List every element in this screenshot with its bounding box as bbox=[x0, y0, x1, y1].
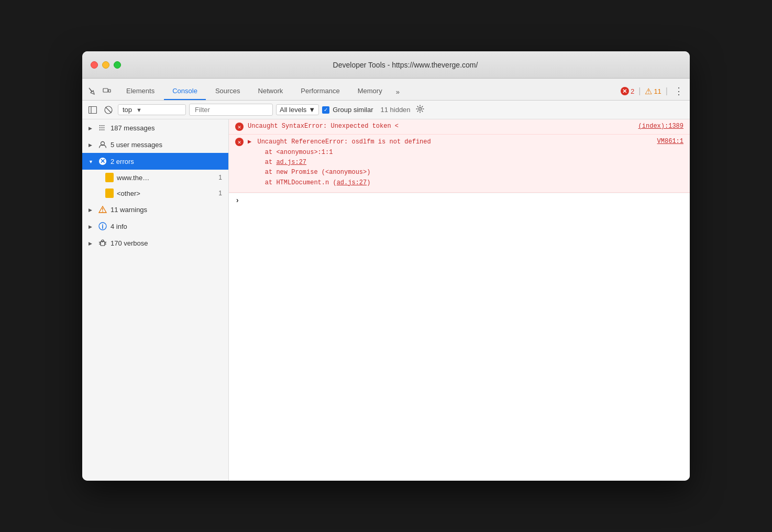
svg-point-8 bbox=[418, 107, 421, 110]
info-icon: i bbox=[98, 221, 107, 231]
device-icon[interactable] bbox=[101, 85, 113, 97]
subitem-other-count: 1 bbox=[218, 190, 222, 197]
subitem-www-label: www.the… bbox=[117, 174, 215, 182]
stack-line-2: at ad.js:27 bbox=[250, 158, 683, 168]
close-button[interactable] bbox=[91, 61, 98, 69]
bug-icon bbox=[98, 238, 107, 248]
error-2-source[interactable]: VM861:1 bbox=[657, 138, 683, 145]
sidebar-item-verbose[interactable]: 170 verbose bbox=[82, 235, 228, 251]
error-2-message: ▶ Uncaught ReferenceError: osdlfm is not… bbox=[248, 138, 431, 146]
badge-separator: | bbox=[638, 86, 641, 96]
arrow-icon bbox=[89, 224, 95, 229]
error-icon: ✕ bbox=[621, 87, 629, 95]
chevron-down-icon: ▼ bbox=[136, 107, 142, 113]
svg-text:✕: ✕ bbox=[100, 158, 105, 165]
sidebar-item-user-messages[interactable]: 5 user messages bbox=[82, 136, 228, 153]
sidebar-subitem-other[interactable]: <other> 1 bbox=[82, 185, 228, 201]
svg-point-13 bbox=[100, 127, 101, 128]
maximize-button[interactable] bbox=[114, 61, 121, 69]
file-icon bbox=[105, 189, 114, 198]
svg-rect-1 bbox=[108, 90, 111, 92]
group-similar-checkbox[interactable]: ✓ bbox=[322, 106, 329, 114]
group-similar-label: Group similar bbox=[333, 106, 373, 114]
console-toolbar: top ▼ All levels ▼ ✓ Group similar 11 hi… bbox=[82, 101, 690, 119]
clear-console-icon[interactable] bbox=[102, 104, 115, 116]
settings-icon[interactable] bbox=[416, 105, 424, 115]
console-error-1: ✕ Uncaught SyntaxError: Unexpected token… bbox=[229, 119, 690, 135]
arrow-icon bbox=[89, 159, 95, 164]
all-messages-label: 187 messages bbox=[111, 124, 222, 132]
stack-link-adjs27[interactable]: ad.js:27 bbox=[276, 159, 306, 166]
file-icon bbox=[105, 173, 114, 182]
console-input-line[interactable]: › bbox=[229, 193, 690, 208]
group-similar-area: ✓ Group similar bbox=[322, 106, 373, 114]
window-title: Developer Tools - https://www.theverge.c… bbox=[129, 61, 681, 69]
svg-point-14 bbox=[100, 129, 101, 130]
error-icon: ✕ bbox=[235, 123, 244, 131]
filter-input[interactable] bbox=[189, 104, 273, 116]
console-output: ✕ Uncaught SyntaxError: Unexpected token… bbox=[229, 119, 690, 481]
error-1-message: Uncaught SyntaxError: Unexpected token < bbox=[248, 123, 399, 130]
sidebar-item-all-messages[interactable]: 187 messages bbox=[82, 119, 228, 136]
info-label: 4 info bbox=[111, 223, 222, 230]
tab-more[interactable]: » bbox=[392, 84, 404, 100]
warnings-label: 11 warnings bbox=[111, 206, 222, 214]
sidebar-subitem-www[interactable]: www.the… 1 bbox=[82, 170, 228, 185]
inspect-icon[interactable] bbox=[86, 85, 98, 97]
subitem-other-label: <other> bbox=[117, 190, 215, 197]
context-selector[interactable]: top ▼ bbox=[118, 104, 186, 115]
tab-elements[interactable]: Elements bbox=[118, 83, 163, 100]
user-messages-label: 5 user messages bbox=[111, 141, 222, 149]
devtools-icons bbox=[86, 85, 113, 100]
more-options-button[interactable]: ⋮ bbox=[672, 85, 686, 97]
hidden-count: 11 hidden bbox=[380, 106, 410, 114]
warning-icon: ⚠ bbox=[645, 86, 652, 96]
sidebar-item-warnings[interactable]: ! 11 warnings bbox=[82, 201, 228, 218]
stack-line-3: at new Promise (<anonymous>) bbox=[250, 168, 683, 178]
error-1-line: Uncaught SyntaxError: Unexpected token <… bbox=[248, 123, 683, 130]
title-bar: Developer Tools - https://www.theverge.c… bbox=[82, 51, 690, 79]
error-icon: ✕ bbox=[235, 138, 244, 146]
tab-bar: Elements Console Sources Network Perform… bbox=[82, 79, 690, 101]
level-chevron-icon: ▼ bbox=[308, 106, 315, 114]
arrow-icon bbox=[89, 125, 95, 131]
badge-separator2: | bbox=[666, 86, 668, 96]
warning-icon: ! bbox=[98, 205, 107, 214]
error-2-stacktrace: at <anonymous>:1:1 at ad.js:27 at new Pr… bbox=[248, 148, 683, 188]
tab-sources[interactable]: Sources bbox=[207, 83, 249, 100]
svg-text:i: i bbox=[102, 223, 103, 230]
console-error-2: ✕ ▶ Uncaught ReferenceError: osdlfm is n… bbox=[229, 135, 690, 193]
error-1-source[interactable]: (index):1389 bbox=[638, 123, 683, 130]
user-icon bbox=[98, 140, 107, 149]
error-circle-icon: ✕ bbox=[98, 157, 107, 166]
tab-memory[interactable]: Memory bbox=[349, 83, 391, 100]
main-area: 187 messages 5 user messages bbox=[82, 119, 690, 481]
svg-line-7 bbox=[106, 107, 112, 113]
stack-line-1: at <anonymous>:1:1 bbox=[250, 148, 683, 158]
expand-icon[interactable]: ▶ bbox=[248, 138, 251, 146]
console-prompt: › bbox=[235, 196, 239, 205]
error-2-line: ▶ Uncaught ReferenceError: osdlfm is not… bbox=[248, 138, 683, 146]
tab-console[interactable]: Console bbox=[164, 83, 206, 100]
collapse-sidebar-icon[interactable] bbox=[86, 104, 99, 116]
arrow-icon bbox=[89, 207, 95, 213]
verbose-label: 170 verbose bbox=[111, 239, 222, 247]
stack-link-adjs27-2[interactable]: ad.js:27 bbox=[337, 179, 367, 186]
error-badge[interactable]: ✕ 2 bbox=[621, 87, 634, 95]
error-1-body: Uncaught SyntaxError: Unexpected token <… bbox=[248, 123, 683, 130]
warning-badge[interactable]: ⚠ 11 bbox=[645, 86, 661, 96]
svg-text:!: ! bbox=[102, 207, 103, 213]
sidebar: 187 messages 5 user messages bbox=[82, 119, 229, 481]
sidebar-item-info[interactable]: i 4 info bbox=[82, 218, 228, 235]
svg-rect-0 bbox=[103, 88, 108, 92]
minimize-button[interactable] bbox=[102, 61, 109, 69]
arrow-icon bbox=[89, 142, 95, 148]
tab-performance[interactable]: Performance bbox=[292, 83, 348, 100]
arrow-icon bbox=[89, 240, 95, 246]
tab-bar-right: ✕ 2 | ⚠ 11 | ⋮ bbox=[621, 85, 686, 100]
devtools-window: Developer Tools - https://www.theverge.c… bbox=[82, 51, 690, 481]
level-selector[interactable]: All levels ▼ bbox=[276, 104, 319, 115]
sidebar-item-errors[interactable]: ✕ 2 errors bbox=[82, 153, 228, 170]
tab-network[interactable]: Network bbox=[250, 83, 292, 100]
list-icon bbox=[98, 123, 107, 132]
